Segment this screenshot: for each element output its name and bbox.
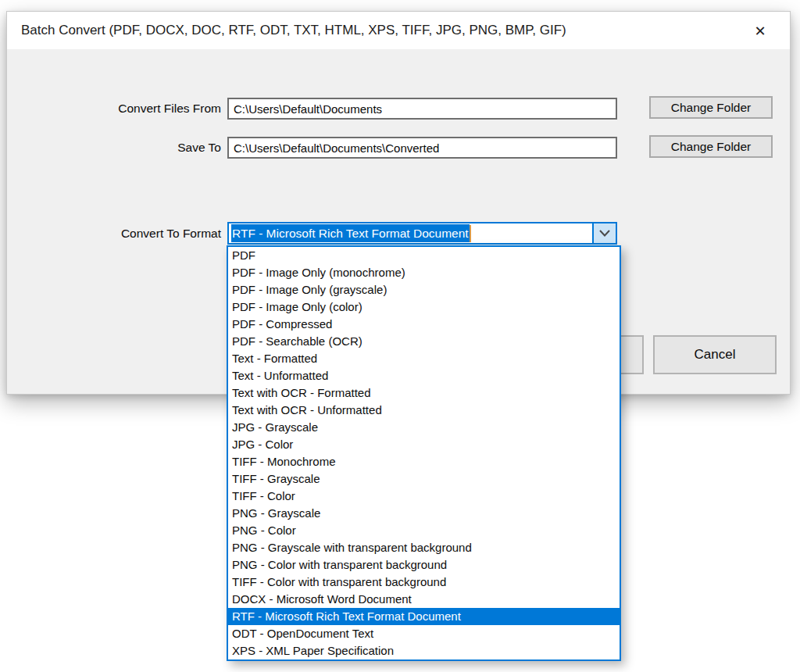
convert-to-format-label: Convert To Format bbox=[7, 222, 221, 245]
close-icon[interactable]: ✕ bbox=[743, 12, 777, 49]
change-folder-save-button[interactable]: Change Folder bbox=[649, 135, 773, 158]
dropdown-option[interactable]: PDF - Image Only (color) bbox=[228, 298, 620, 316]
dropdown-option[interactable]: PNG - Grayscale with transparent backgro… bbox=[228, 539, 620, 556]
combobox-selected-value: RTF - Microsoft Rich Text Format Documen… bbox=[231, 224, 470, 242]
dropdown-option[interactable]: PDF - Compressed bbox=[228, 316, 620, 333]
change-folder-from-button[interactable]: Change Folder bbox=[649, 96, 773, 119]
dropdown-option[interactable]: RTF - Microsoft Rich Text Format Documen… bbox=[228, 608, 620, 625]
format-dropdown-list: PDFPDF - Image Only (monochrome)PDF - Im… bbox=[227, 245, 621, 661]
dropdown-option[interactable]: TIFF - Monochrome bbox=[228, 453, 620, 470]
dropdown-option[interactable]: PDF - Image Only (monochrome) bbox=[228, 264, 620, 281]
dropdown-option[interactable]: Text - Unformatted bbox=[228, 367, 620, 384]
dropdown-option[interactable]: Text with OCR - Formatted bbox=[228, 384, 620, 402]
dropdown-option[interactable]: ODT - OpenDocument Text bbox=[228, 625, 620, 642]
convert-from-input[interactable] bbox=[227, 98, 617, 120]
convert-from-label: Convert Files From bbox=[7, 98, 221, 120]
dropdown-option[interactable]: TIFF - Grayscale bbox=[228, 470, 620, 488]
dropdown-option[interactable]: PDF bbox=[228, 247, 620, 264]
combobox-dropdown-button[interactable] bbox=[592, 223, 616, 243]
combobox-text-area[interactable]: RTF - Microsoft Rich Text Format Documen… bbox=[229, 223, 592, 243]
dropdown-option[interactable]: Text - Formatted bbox=[228, 350, 620, 367]
cancel-button[interactable]: Cancel bbox=[653, 335, 777, 374]
dropdown-option[interactable]: TIFF - Color bbox=[228, 488, 620, 505]
dropdown-option[interactable]: PNG - Color with transparent background bbox=[228, 556, 620, 574]
dropdown-option[interactable]: PDF - Image Only (grayscale) bbox=[228, 281, 620, 298]
dropdown-option[interactable]: PNG - Color bbox=[228, 522, 620, 539]
window-title: Batch Convert (PDF, DOCX, DOC, RTF, ODT,… bbox=[21, 23, 566, 38]
dropdown-option[interactable]: JPG - Color bbox=[228, 436, 620, 453]
dropdown-option[interactable]: TIFF - Color with transparent background bbox=[228, 574, 620, 591]
dropdown-option[interactable]: PNG - Grayscale bbox=[228, 505, 620, 522]
titlebar: Batch Convert (PDF, DOCX, DOC, RTF, ODT,… bbox=[7, 12, 790, 49]
text-caret bbox=[470, 225, 471, 242]
chevron-down-icon bbox=[599, 230, 610, 237]
save-to-input[interactable] bbox=[227, 137, 617, 159]
dropdown-option[interactable]: PDF - Searchable (OCR) bbox=[228, 333, 620, 350]
dropdown-option[interactable]: Text with OCR - Unformatted bbox=[228, 402, 620, 419]
dropdown-option[interactable]: JPG - Grayscale bbox=[228, 419, 620, 436]
dropdown-option[interactable]: DOCX - Microsoft Word Document bbox=[228, 591, 620, 608]
save-to-label: Save To bbox=[7, 137, 221, 159]
dropdown-option[interactable]: XPS - XML Paper Specification bbox=[228, 642, 620, 659]
format-combobox[interactable]: RTF - Microsoft Rich Text Format Documen… bbox=[227, 222, 617, 245]
